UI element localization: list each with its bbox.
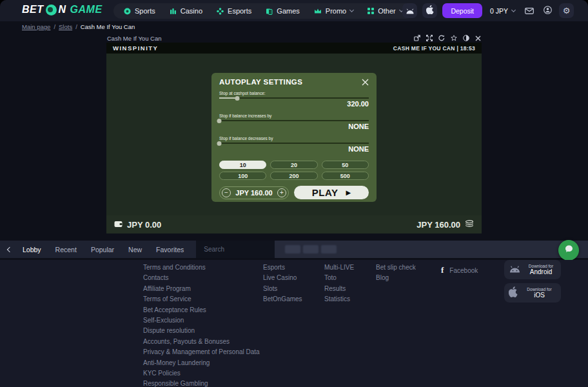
platform-label: Android [530,268,552,275]
nav-item-esports[interactable]: Esports [217,7,251,15]
game-thumbnail[interactable] [285,245,300,253]
footer-link[interactable]: Privacy & Management of Personal Data [143,347,260,357]
download-ios-button[interactable]: Download for iOS [504,283,561,303]
breadcrumb-separator: / [54,23,55,30]
footer-link[interactable]: Dispute resolution [143,326,260,336]
breadcrumb-main-page[interactable]: Main page [22,23,50,30]
facebook-link[interactable]: f Facebook [441,265,478,275]
apple-icon [509,286,518,300]
slider-thumb[interactable] [217,119,222,123]
footer-link[interactable]: Affiliate Program [143,284,260,294]
download-ios-text: Download for iOS [522,287,556,299]
fullscreen-icon[interactable] [426,35,433,41]
download-android-button[interactable]: Download for Android [504,260,561,279]
rounds-button-20[interactable]: 20 [270,161,317,169]
top-bar: BET N GAME Sports Casino Esports Games [0,0,588,21]
footer-link[interactable]: Contacts [143,273,260,283]
wallet-amount: JPY 0.00 [127,220,161,230]
live-chat-button[interactable] [558,240,579,261]
stake-plus-button[interactable]: + [277,188,286,197]
stake-stepper: − JPY 160.00 + [219,186,289,199]
settings-button[interactable]: ⚙ [559,3,574,18]
slider-thumb[interactable] [235,96,239,101]
footer-link[interactable]: Self-Exclusion [143,315,260,326]
theme-toggle-icon[interactable] [463,35,469,41]
games-icon [266,8,273,15]
cashpot-slider[interactable] [219,97,369,99]
account-button[interactable] [541,3,554,18]
balance-amount: 0 JPY [490,7,508,15]
favorite-star-icon[interactable] [451,35,457,41]
modal-header: AUTOPLAY SETTINGS [219,78,369,86]
rounds-button-100[interactable]: 100 [219,172,266,180]
footer-link[interactable]: Toto [324,273,354,283]
open-in-new-icon[interactable] [414,35,420,41]
increase-slider[interactable] [219,120,369,121]
messages-button[interactable] [523,3,536,18]
tab-recent[interactable]: Recent [48,246,84,253]
footer-column-legal: Terms and ConditionsContactsAffiliate Pr… [143,263,260,387]
tab-favorites[interactable]: Favorites [149,246,191,253]
logo-text-bet: BET [22,4,44,15]
footer-link[interactable]: Responsible Gambling [143,379,260,387]
balance-dropdown[interactable]: 0 JPY [487,7,518,15]
footer-link[interactable]: KYC Policies [143,368,260,379]
back-chevron-icon[interactable] [7,246,12,252]
game-thumbnail[interactable] [303,245,318,253]
rounds-button-200[interactable]: 200 [270,172,317,180]
android-icon [509,264,521,275]
footer-link[interactable]: BetOnGames [263,294,302,304]
ios-app-button[interactable] [422,3,437,18]
footer-link[interactable]: Accounts, Payouts & Bonuses [143,337,260,347]
footer-link[interactable]: Results [324,284,354,294]
reload-icon[interactable] [438,35,445,41]
download-for-label: Download for [527,287,551,292]
modal-close-icon[interactable] [362,79,369,86]
search-input[interactable] [196,246,275,253]
breadcrumb-slots[interactable]: Slots [59,23,72,30]
close-icon[interactable] [475,35,481,41]
esports-icon [217,8,224,15]
play-label: PLAY [312,187,338,198]
footer-link[interactable]: Terms of Service [143,294,260,304]
site-logo[interactable]: BET N GAME [22,4,103,15]
facebook-label: Facebook [449,267,478,274]
game-footer-bar: JPY 0.00 JPY 160.00 [106,215,482,233]
deposit-button[interactable]: Deposit [442,3,482,18]
tab-lobby[interactable]: Lobby [15,246,48,253]
android-app-button[interactable] [402,3,417,18]
nav-item-games[interactable]: Games [266,7,299,15]
footer-link[interactable]: Terms and Conditions [143,263,260,273]
nav-item-other[interactable]: Other [368,7,403,15]
field-value: NONE [219,145,369,154]
footer-link[interactable]: Bet Acceptance Rules [143,305,260,315]
footer-column-extra: Bet slip checkBlog [376,263,416,284]
nav-item-casino[interactable]: Casino [170,7,202,15]
platform-label: iOS [534,292,545,299]
slider-thumb[interactable] [217,141,222,146]
footer-link[interactable]: Live Casino [263,273,302,283]
field-label: Stop if balance increases by [219,114,369,118]
play-triangle-icon: ▶ [346,189,351,196]
footer-link[interactable]: Esports [263,263,302,273]
game-thumbnail[interactable] [321,245,337,253]
game-frame: WINSPINITY CASH ME IF YOU CAN | 18:53 AU… [106,43,482,233]
nav-item-promo[interactable]: Promo [314,7,353,15]
lobby-tabs: Lobby Recent Popular New Favorites [0,241,196,258]
play-button[interactable]: PLAY ▶ [294,186,369,199]
footer-link[interactable]: Blog [376,273,416,283]
footer-link[interactable]: Slots [263,284,302,294]
rounds-button-500[interactable]: 500 [322,172,369,180]
tab-new[interactable]: New [121,246,149,253]
nav-item-sports[interactable]: Sports [124,7,155,15]
footer-link[interactable]: Bet slip check [376,263,416,273]
footer-link[interactable]: Multi-LIVE [324,263,354,273]
decrease-slider[interactable] [219,143,369,144]
rounds-button-50[interactable]: 50 [322,161,369,169]
rounds-button-10[interactable]: 10 [219,161,266,169]
stake-minus-button[interactable]: − [222,188,231,197]
footer-link[interactable]: Anti-Money Laundering [143,358,260,368]
logo-o-icon [46,5,57,15]
footer-link[interactable]: Statistics [324,294,354,304]
tab-popular[interactable]: Popular [84,246,121,253]
